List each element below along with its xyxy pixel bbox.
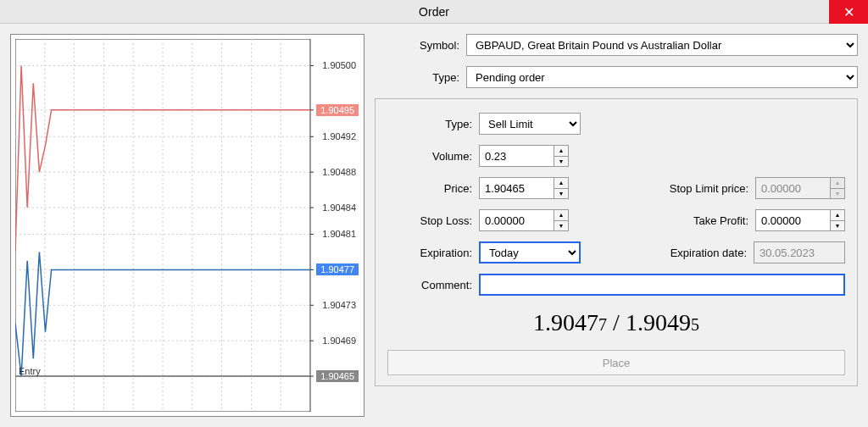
sl-input[interactable]: ▲▼: [479, 209, 569, 231]
volume-label: Volume:: [387, 150, 472, 163]
price-label: Price:: [387, 182, 472, 195]
chart-ytick: 1.90488: [320, 167, 358, 177]
expiration-label: Expiration:: [387, 247, 472, 259]
price-input[interactable]: ▲▼: [479, 177, 569, 199]
expdate-label: Expiration date:: [630, 247, 747, 259]
chart-ytick: 1.90484: [320, 202, 358, 213]
comment-label: Comment:: [387, 279, 472, 291]
order-type-label: Type:: [387, 118, 472, 130]
price-up[interactable]: ▲: [554, 178, 568, 189]
close-icon: ✕: [843, 4, 854, 20]
sl-up[interactable]: ▲: [554, 210, 568, 221]
expiration-select[interactable]: Today: [479, 241, 581, 263]
tp-input[interactable]: ▲▼: [755, 209, 845, 231]
chart-ytick: 1.90481: [320, 229, 358, 239]
symbol-label: Symbol:: [375, 39, 459, 52]
order-form: Symbol: GBPAUD, Great Britain Pound vs A…: [375, 34, 858, 417]
tp-down[interactable]: ▼: [831, 221, 844, 231]
symbol-select[interactable]: GBPAUD, Great Britain Pound vs Australia…: [466, 34, 858, 56]
chart-price-tag-ask: 1.90495: [316, 104, 359, 116]
quote-display: 1.90477 / 1.90495: [387, 306, 845, 340]
price-chart: 1.904651.904691.904731.904771.904811.904…: [10, 34, 364, 417]
place-button[interactable]: Place: [387, 350, 845, 375]
pending-order-section: Type: Sell Limit Volume: ▲▼ Price: ▲▼: [375, 98, 858, 386]
sl-label: Stop Loss:: [387, 214, 472, 227]
chart-price-tag-bid: 1.90477: [316, 263, 359, 275]
chart-ytick: 1.90492: [320, 131, 358, 141]
comment-input[interactable]: [479, 274, 845, 296]
chart-entry-tag: 1.90465: [316, 370, 359, 382]
type-label: Type:: [375, 71, 459, 84]
tp-up[interactable]: ▲: [831, 210, 844, 221]
sl-down[interactable]: ▼: [554, 221, 568, 231]
volume-input[interactable]: ▲▼: [479, 145, 569, 167]
stoplimit-label: Stop Limit price:: [632, 182, 748, 195]
type-select[interactable]: Pending order: [466, 66, 858, 88]
price-down[interactable]: ▼: [554, 189, 568, 199]
chart-ytick: 1.90469: [320, 336, 358, 346]
chart-ytick: 1.90500: [320, 60, 358, 70]
stoplimit-input: ▲▼: [755, 177, 845, 199]
volume-up[interactable]: ▲: [554, 146, 568, 157]
chart-entry-label: Entry: [19, 366, 41, 376]
order-type-select[interactable]: Sell Limit: [479, 113, 581, 135]
volume-down[interactable]: ▼: [554, 157, 568, 167]
window-title: Order: [419, 5, 449, 19]
expdate-input: [754, 241, 845, 263]
chart-ytick: 1.90473: [320, 300, 358, 310]
close-button[interactable]: ✕: [829, 0, 868, 24]
titlebar: Order ✕: [0, 0, 868, 24]
tp-label: Take Profit:: [632, 214, 748, 227]
